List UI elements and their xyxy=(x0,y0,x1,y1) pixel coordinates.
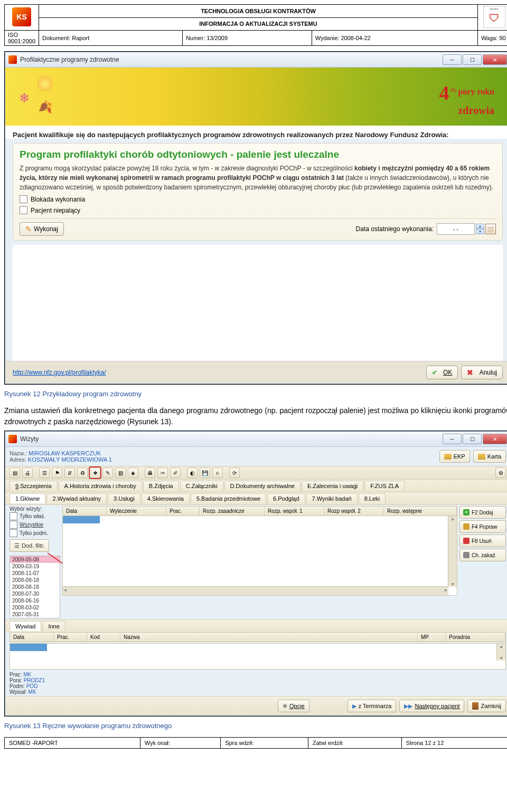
tab-wyniki[interactable]: 7.Wyniki badań xyxy=(306,493,358,503)
minimize-button[interactable]: ─ xyxy=(443,54,462,65)
ftr-zatwi: Zatwi erdził: xyxy=(308,738,401,749)
hdr-title1: TECHNOLOGIA OBSŁUGI KONTRAKTÓW xyxy=(39,5,478,18)
tab-wywiad2[interactable]: Wywiad xyxy=(10,621,41,631)
maximize-button[interactable]: ☐ xyxy=(463,434,482,444)
tab-inne[interactable]: Inne xyxy=(42,621,65,631)
tab-historia[interactable]: A.Historia zdrowia i choroby xyxy=(59,481,142,491)
chk-wszystkie[interactable] xyxy=(10,521,17,529)
ekp-button[interactable]: EKP xyxy=(439,450,470,463)
opcje-button[interactable]: ✻ Opcje xyxy=(278,700,309,712)
hdr-wyd: Wydanie: 2008-04-22 xyxy=(312,31,477,46)
tb-icon-12[interactable]: ✂ xyxy=(157,467,168,478)
karta-button[interactable]: Karta xyxy=(473,450,506,463)
edit-icon xyxy=(463,523,470,530)
checkbox-niepalacy[interactable] xyxy=(20,206,27,214)
tab-skierowania[interactable]: 4.Skierowania xyxy=(142,493,190,503)
logo-ks xyxy=(5,5,39,31)
nfz-link[interactable]: http://www.nfz.gov.pl/profilaktyka/ xyxy=(13,369,106,376)
window-titlebar-wizyty[interactable]: Wizyty ─ ☐ ✕ xyxy=(5,432,507,447)
tab-podglad[interactable]: 6.Podgląd xyxy=(267,493,305,503)
printer-icon xyxy=(463,552,470,558)
caption-rys13: Rysunek 13 Ręczne wywołanie programu zdr… xyxy=(4,722,507,730)
tb-icon-10[interactable]: ◈ xyxy=(128,467,138,478)
left-panel: Wybór wizyty: Tylko właś. Wszystkie Tylk… xyxy=(10,506,60,618)
qualify-text: Pacjent kwalifikuje się do następujących… xyxy=(5,126,507,139)
chk-tylko-podm[interactable] xyxy=(10,529,17,537)
tb-icon-11[interactable]: 🖶 xyxy=(145,467,155,478)
checkbox-blokada[interactable] xyxy=(20,195,27,203)
f4-popraw-button[interactable]: F4 Popraw xyxy=(459,520,506,533)
f2-dodaj-button[interactable]: +F2 Dodaj xyxy=(459,506,506,519)
tb-icon-16[interactable]: ⎌ xyxy=(212,467,223,478)
close-button[interactable]: ✕ xyxy=(483,54,507,65)
play-icon: ▶▶ xyxy=(404,703,412,710)
visit-date-list[interactable]: 2009-05-08 2009-03-19 2008-11-07 2008-08… xyxy=(10,556,60,618)
tb-icon-13[interactable]: ✐ xyxy=(170,467,181,478)
program-title: Program profilaktyki chorób odtytoniowyc… xyxy=(20,149,496,160)
zamknij-button[interactable]: Zamknij xyxy=(467,700,506,712)
tab-zalaczniki[interactable]: C.Załączniki xyxy=(180,481,223,491)
tab-zalecenia[interactable]: E.Zalecenia i uwagi xyxy=(302,481,363,491)
tb-icon-1[interactable]: ▤ xyxy=(10,467,20,478)
minimize-button[interactable]: ─ xyxy=(443,434,462,444)
tb-icon-3[interactable]: ☰ xyxy=(39,467,50,478)
anuluj-button[interactable]: ✖ Anuluj xyxy=(461,366,503,379)
dod-filtr-button[interactable]: ☰ Dod. filtr. xyxy=(10,539,49,552)
tb-icon-settings[interactable]: ⚙ xyxy=(495,467,506,478)
tb-icon-4[interactable]: ⚑ xyxy=(52,467,62,478)
doc-footer: SOMED -RAPORT Wyk onał: Spra wdził: Zatw… xyxy=(4,737,507,749)
tb-icon-17[interactable]: ⟳ xyxy=(229,467,240,478)
app-icon xyxy=(8,435,17,443)
ftr-somed: SOMED -RAPORT xyxy=(5,738,140,749)
tab-szczepienia[interactable]: 99.Szczepienia.Szczepienia xyxy=(10,481,58,491)
grid-body[interactable] xyxy=(62,516,457,596)
play-icon: ▶ xyxy=(352,703,356,710)
tb-icon-5[interactable]: ⇵ xyxy=(64,467,75,478)
tb-icon-8[interactable]: ✎ xyxy=(102,467,113,478)
plus-icon: + xyxy=(463,509,470,515)
tab-dokumenty[interactable]: D.Dokumenty archiwalne xyxy=(224,481,301,491)
tb-icon-15[interactable]: 💾 xyxy=(200,467,210,478)
caption-rys12: Rysunek 12 Przykładowy program zdrowotny xyxy=(4,390,507,398)
program-desc: Z programu mogą skorzystać palacze powyż… xyxy=(20,164,496,192)
bottom-grid[interactable] xyxy=(10,643,506,670)
tab-leki[interactable]: 8.Leki xyxy=(359,493,386,503)
chk-tylko-wlas[interactable] xyxy=(10,512,17,520)
tab-zus[interactable]: F.ZUS ZLA xyxy=(364,481,405,491)
doc-header: TECHNOLOGIA OBSŁUGI KONTRAKTÓW INFORMACJ… xyxy=(4,4,507,46)
wykonaj-button[interactable]: ✎Wykonaj xyxy=(20,222,64,236)
tab-uslugi[interactable]: 3.Usługi xyxy=(108,493,140,503)
tb-icon-9[interactable]: ▧ xyxy=(115,467,126,478)
date-last-field[interactable]: - - xyxy=(437,223,475,235)
f8-usun-button[interactable]: F8 Usuń xyxy=(459,534,506,547)
close-button[interactable]: ✕ xyxy=(483,434,507,444)
tab-wywiad[interactable]: 2.Wywiad aktualny xyxy=(46,493,107,503)
maximize-button[interactable]: ☐ xyxy=(463,54,482,65)
tab-zdjecia[interactable]: B.Zdjęcia xyxy=(143,481,179,491)
screenshot-prog-zdrowotne: Profilaktyczne programy zdrowotne ─ ☐ ✕ … xyxy=(4,51,507,385)
hdr-waga: Waga: 90 xyxy=(477,31,507,46)
ch-zakaz-button[interactable]: Ch. zakaź. xyxy=(459,549,506,561)
hdr-iso: ISO 9001:2000 xyxy=(5,31,39,46)
logo-cert xyxy=(478,5,508,31)
scrollbar-h[interactable] xyxy=(63,586,448,595)
tb-icon-6[interactable]: ♻ xyxy=(77,467,88,478)
tab-badania[interactable]: 5.Badania przedmiotowe xyxy=(191,493,266,503)
scrollbar-v[interactable] xyxy=(448,516,457,587)
tb-icon-14[interactable]: ◐ xyxy=(187,467,198,478)
nastepny-pacjent-button[interactable]: ▶▶ Następny pacjent xyxy=(399,700,464,712)
ok-button[interactable]: ✔ OK xyxy=(426,366,458,379)
scrollbar-v[interactable] xyxy=(496,644,505,661)
tb-icon-2[interactable]: 🖨 xyxy=(22,467,33,478)
sun-icon xyxy=(37,76,53,92)
banner: ❄ 🍂 4dla pory roku zdrowia xyxy=(5,68,507,126)
gear-icon: ✻ xyxy=(283,703,287,710)
z-terminarza-button[interactable]: ▶ z Terminarza xyxy=(348,700,397,712)
date-last-label: Data ostatniego wykonania: xyxy=(356,225,434,233)
window-titlebar[interactable]: Profilaktyczne programy zdrowotne ─ ☐ ✕ xyxy=(5,52,507,68)
date-spinner[interactable]: ▲▼ xyxy=(476,224,484,234)
tb-icon-programy-zdrowotne[interactable]: ❖ xyxy=(90,467,100,478)
calendar-icon[interactable] xyxy=(485,224,496,234)
tab-glowne[interactable]: 1.Główne xyxy=(10,493,45,503)
hdr-num: Numer: 13/2009 xyxy=(183,31,312,46)
